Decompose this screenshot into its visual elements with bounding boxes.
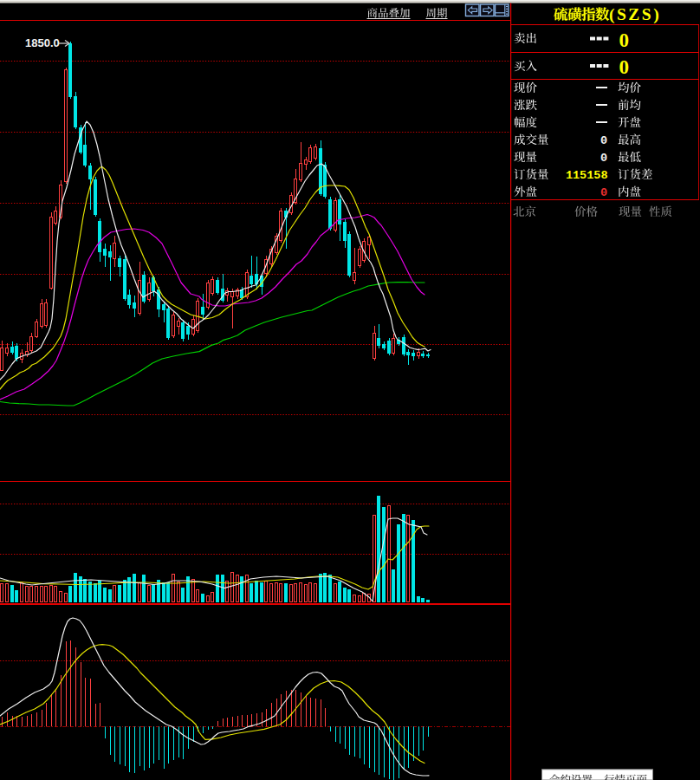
svg-text:0: 0 [619,29,630,51]
svg-text:115158: 115158 [566,169,608,182]
svg-text:0: 0 [600,186,607,199]
svg-text:0: 0 [600,134,607,147]
svg-text:0: 0 [619,56,630,78]
svg-text:0: 0 [600,152,607,165]
svg-text:(SZS): (SZS) [609,5,661,24]
